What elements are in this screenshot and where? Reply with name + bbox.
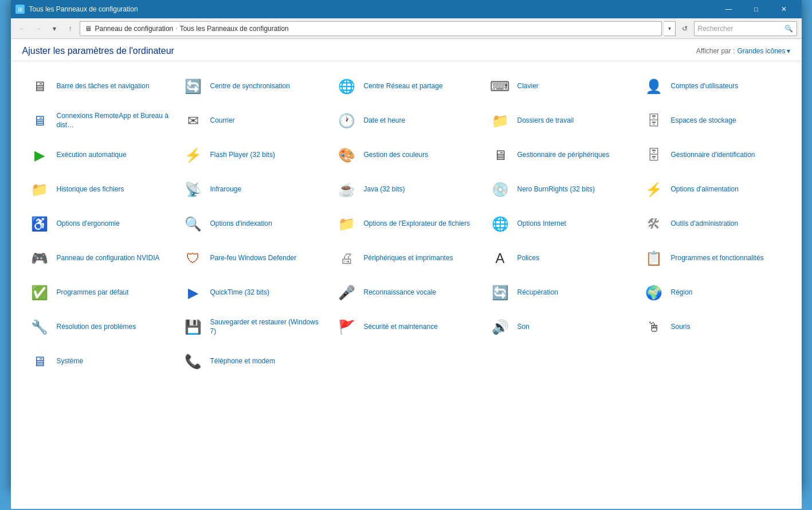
address-path[interactable]: 🖥 Panneau de configuration › Tous les Pa… — [80, 21, 662, 36]
telephone-modem-icon: 📞 — [182, 350, 205, 373]
options-internet-label: Options Internet — [517, 219, 566, 229]
list-item[interactable]: 🔍Options d'indexation — [176, 208, 329, 240]
date-heure-icon: 🕐 — [335, 109, 358, 132]
list-item[interactable]: ▶Exécution automatique — [22, 139, 176, 171]
list-item[interactable]: 📋Programmes et fonctionnalités — [637, 242, 790, 274]
list-item[interactable]: 🛠Outils d'administration — [637, 208, 790, 240]
java-label: Java (32 bits) — [364, 185, 405, 194]
path-separator1: › — [175, 25, 177, 32]
list-item[interactable]: ⚡Options d'alimentation — [637, 174, 790, 206]
refresh-button[interactable]: ↺ — [678, 21, 692, 36]
window-title: Tous les Panneaux de configuration — [29, 5, 716, 13]
clavier-icon: ⌨ — [489, 75, 512, 98]
execution-auto-label: Exécution automatique — [57, 151, 127, 160]
maximize-button[interactable]: □ — [743, 0, 770, 18]
list-item[interactable]: 🌐Centre Réseau et partage — [329, 70, 483, 103]
list-item[interactable]: 🚩Sécurité et maintenance — [329, 311, 483, 343]
options-ergo-label: Options d'ergonomie — [57, 219, 120, 229]
list-item[interactable]: 🗄Gestionnaire d'identification — [637, 139, 790, 171]
espaces-stockage-icon: 🗄 — [642, 109, 665, 132]
list-item[interactable]: 🖥Connexions RemoteApp et Bureau à dist… — [22, 105, 176, 137]
son-label: Son — [517, 323, 529, 332]
forward-button[interactable]: → — [32, 22, 45, 36]
comptes-util-label: Comptes d'utilisateurs — [671, 82, 739, 91]
list-item[interactable]: ☕Java (32 bits) — [329, 174, 483, 206]
address-dropdown-button[interactable]: ▾ — [664, 21, 676, 36]
souris-label: Souris — [671, 323, 691, 332]
os-window: ⊞ Tous les Panneaux de configuration — □… — [11, 0, 802, 492]
resolution-prob-icon: 🔧 — [28, 316, 51, 339]
list-item[interactable]: 🖱Souris — [637, 311, 790, 343]
view-selector[interactable]: Grandes icônes ▾ — [737, 47, 790, 55]
execution-auto-icon: ▶ — [28, 144, 51, 167]
securite-maintenance-label: Sécurité et maintenance — [364, 323, 438, 332]
pare-feu-icon: 🛡 — [182, 247, 205, 270]
list-item[interactable]: 🔧Résolution des problèmes — [22, 311, 176, 343]
minimize-button[interactable]: — — [716, 0, 742, 18]
list-item[interactable]: APolices — [483, 242, 637, 274]
son-icon: 🔊 — [489, 316, 512, 339]
comptes-util-icon: 👤 — [642, 75, 665, 98]
list-item[interactable]: 💿Nero BurnRights (32 bits) — [483, 174, 637, 206]
path-icon: 🖥 — [85, 25, 92, 33]
panneau-nvidia-icon: 🎮 — [28, 247, 51, 270]
list-item[interactable]: ⚡Flash Player (32 bits) — [176, 139, 329, 171]
up-button[interactable]: ↑ — [64, 22, 77, 36]
content-area: 🖥Barre des tâches et navigation🔄Centre d… — [11, 61, 802, 509]
list-item[interactable]: 📞Téléphone et modem — [176, 346, 329, 378]
list-item[interactable]: 📁Historique des fichiers — [22, 174, 176, 206]
options-alimentation-icon: ⚡ — [642, 178, 665, 201]
peripheriques-imp-label: Périphériques et imprimantes — [364, 254, 453, 263]
back-button[interactable]: ← — [15, 22, 29, 36]
page-title: Ajuster les paramètres de l'ordinateur — [22, 46, 174, 56]
view-options: Afficher par : Grandes icônes ▾ — [696, 47, 790, 55]
list-item[interactable]: 🛡Pare-feu Windows Defender — [176, 242, 329, 274]
list-item[interactable]: 🕐Date et heure — [329, 105, 483, 137]
flash-player-label: Flash Player (32 bits) — [210, 151, 275, 160]
java-icon: ☕ — [335, 178, 358, 201]
nero-burn-icon: 💿 — [489, 178, 512, 201]
list-item[interactable]: ⌨Clavier — [483, 70, 637, 103]
list-item[interactable]: 🎤Reconnaissance vocale — [329, 277, 483, 309]
quicktime-icon: ▶ — [182, 281, 205, 304]
list-item[interactable]: 🔊Son — [483, 311, 637, 343]
options-indexation-icon: 🔍 — [182, 213, 205, 236]
list-item[interactable]: 🎮Panneau de configuration NVIDIA — [22, 242, 176, 274]
list-item[interactable]: 📁Options de l'Explorateur de fichiers — [329, 208, 483, 240]
espaces-stockage-label: Espaces de stockage — [671, 116, 736, 125]
list-item[interactable]: 🌍Région — [637, 277, 790, 309]
list-item[interactable]: 🖨Périphériques et imprimantes — [329, 242, 483, 274]
list-item[interactable]: ▶QuickTime (32 bits) — [176, 277, 329, 309]
list-item[interactable]: 🔄Centre de synchronisation — [176, 70, 329, 103]
list-item[interactable]: 📡Infrarouge — [176, 174, 329, 206]
close-button[interactable]: ✕ — [771, 0, 797, 18]
list-item[interactable]: 🖥Système — [22, 346, 176, 378]
list-item[interactable]: 📁Dossiers de travail — [483, 105, 637, 137]
list-item[interactable]: 👤Comptes d'utilisateurs — [637, 70, 790, 103]
list-item[interactable]: 🖥Barre des tâches et navigation — [22, 70, 176, 103]
list-item[interactable]: 🔄Récupération — [483, 277, 637, 309]
centre-reseau-icon: 🌐 — [335, 75, 358, 98]
centre-sync-label: Centre de synchronisation — [210, 82, 290, 91]
connexions-remote-icon: 🖥 — [28, 109, 51, 132]
outils-admin-label: Outils d'administration — [671, 219, 739, 229]
list-item[interactable]: ♿Options d'ergonomie — [22, 208, 176, 240]
connexions-remote-label: Connexions RemoteApp et Bureau à dist… — [57, 112, 170, 130]
infrarouge-label: Infrarouge — [210, 185, 242, 194]
title-bar: ⊞ Tous les Panneaux de configuration — □… — [11, 0, 802, 18]
search-box[interactable]: Rechercher 🔍 — [694, 21, 797, 36]
options-ergo-icon: ♿ — [28, 213, 51, 236]
barre-taches-icon: 🖥 — [28, 75, 51, 98]
list-item[interactable]: 💾Sauvegarder et restaurer (Windows 7) — [176, 311, 329, 343]
list-item[interactable]: ✅Programmes par défaut — [22, 277, 176, 309]
list-item[interactable]: 🎨Gestion des couleurs — [329, 139, 483, 171]
path-part2: Tous les Panneaux de configuration — [180, 25, 289, 33]
nero-burn-label: Nero BurnRights (32 bits) — [517, 185, 595, 194]
list-item[interactable]: 🗄Espaces de stockage — [637, 105, 790, 137]
dropdown-history-button[interactable]: ▾ — [48, 22, 61, 36]
list-item[interactable]: 🖥Gestionnaire de périphériques — [483, 139, 637, 171]
historique-fichiers-icon: 📁 — [28, 178, 51, 201]
list-item[interactable]: ✉Courrier — [176, 105, 329, 137]
list-item[interactable]: 🌐Options Internet — [483, 208, 637, 240]
infrarouge-icon: 📡 — [182, 178, 205, 201]
